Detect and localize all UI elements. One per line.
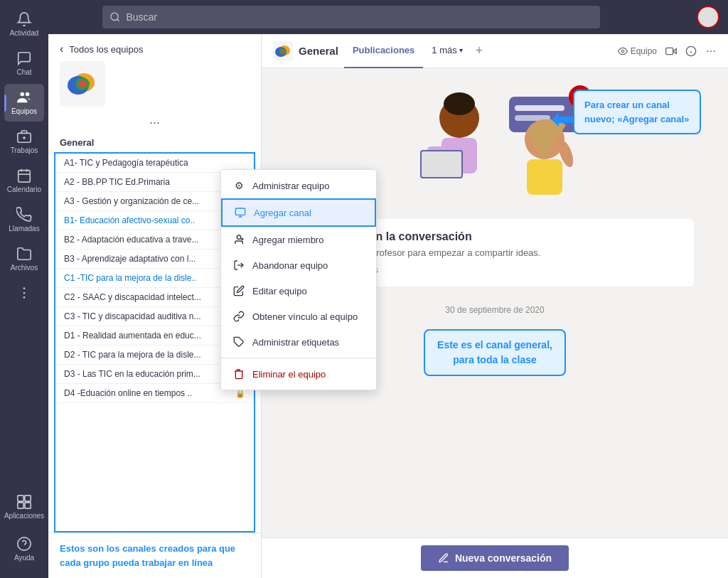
- sidebar-item-llamadas-label: Llamadas: [9, 225, 39, 233]
- channel-section-label: General: [48, 133, 261, 152]
- illustration-svg: @: [388, 82, 601, 203]
- callout-text: Para crear un canal nuevo; «Agregar cana…: [584, 100, 689, 124]
- svg-rect-13: [25, 496, 31, 501]
- new-conversation-label: Nueva conversación: [455, 552, 552, 564]
- svg-rect-12: [18, 496, 23, 501]
- equipo-label: Equipo: [631, 46, 657, 56]
- sidebar-item-ayuda-label: Ayuda: [14, 554, 34, 562]
- link-icon: [232, 310, 245, 323]
- svg-rect-40: [666, 48, 673, 54]
- context-menu: ⚙ Administrar equipo Agregar canal Agreg…: [220, 169, 377, 390]
- menu-item-abandonar-equipo[interactable]: Abandonar equipo: [221, 252, 376, 278]
- svg-rect-14: [18, 503, 23, 508]
- search-input[interactable]: [126, 11, 593, 23]
- svg-rect-25: [235, 208, 245, 215]
- ellipsis-icon: [705, 46, 717, 57]
- sidebar: Actividad Chat Equipos Trabajos Calendar…: [0, 0, 48, 578]
- new-conversation-button[interactable]: Nueva conversación: [421, 545, 569, 571]
- sidebar-item-chat[interactable]: Chat: [4, 45, 44, 82]
- menu-item-administrar-etiquetas[interactable]: Administrar etiquetas: [221, 329, 376, 355]
- team-logo-icon: [63, 64, 102, 104]
- eye-icon: [618, 46, 628, 56]
- new-conversation-bar: Nueva conversación: [262, 537, 728, 578]
- team-small-logo: [273, 41, 293, 61]
- menu-item-eliminar-equipo[interactable]: Eliminar el equipo: [221, 361, 376, 387]
- sidebar-item-trabajos[interactable]: Trabajos: [4, 123, 44, 161]
- exit-icon: [232, 259, 245, 272]
- tab-bar: Publicaciones 1 más ▾ +: [344, 34, 487, 68]
- menu-item-obtener-vinculo[interactable]: Obtener vínculo al equipo: [221, 304, 376, 329]
- svg-rect-15: [25, 503, 31, 508]
- channel-list-annotation: Estos son los canales creados para que c…: [48, 532, 261, 578]
- edit-icon: [232, 284, 245, 297]
- svg-point-10: [23, 292, 26, 294]
- svg-point-44: [707, 50, 708, 52]
- channel-name: General: [299, 45, 338, 57]
- tab-1-mas[interactable]: 1 más ▾: [423, 34, 471, 68]
- menu-divider: [221, 358, 376, 358]
- content-row: ‹ Todos los equipos ··· General A1- TIC …: [48, 34, 728, 578]
- search-box[interactable]: [102, 6, 600, 28]
- add-tab-button[interactable]: +: [471, 43, 488, 58]
- menu-item-editar-equipo[interactable]: Editar equipo: [221, 278, 376, 304]
- more-options-button[interactable]: [705, 46, 717, 57]
- team-icon: [60, 61, 105, 107]
- callout-box: Para crear un canal nuevo; «Agregar cana…: [573, 90, 701, 134]
- svg-point-45: [710, 50, 712, 52]
- sidebar-item-archivos-label: Archivos: [11, 264, 38, 272]
- svg-point-11: [23, 296, 26, 299]
- person-add-icon: [232, 233, 245, 246]
- sidebar-item-trabajos-label: Trabajos: [11, 146, 38, 155]
- sidebar-item-aplicaciones[interactable]: Aplicaciones: [4, 488, 44, 526]
- menu-item-agregar-miembro[interactable]: Agregar miembro: [221, 227, 376, 252]
- sidebar-item-actividad-label: Actividad: [10, 29, 39, 38]
- menu-item-administrar-equipo[interactable]: ⚙ Administrar equipo: [221, 173, 376, 198]
- svg-point-37: [281, 49, 285, 53]
- svg-rect-59: [527, 159, 562, 195]
- info-icon: [685, 46, 697, 57]
- sidebar-item-equipos[interactable]: Equipos: [4, 84, 44, 122]
- sidebar-item-calendario-label: Calendario: [7, 186, 41, 194]
- svg-rect-5: [18, 171, 31, 182]
- info-button[interactable]: [685, 46, 697, 57]
- channel-actions: Equipo: [618, 46, 717, 57]
- channel-icon: [234, 206, 247, 219]
- svg-point-18: [111, 13, 118, 20]
- video-button[interactable]: [665, 46, 677, 57]
- sidebar-item-llamadas[interactable]: Llamadas: [4, 201, 44, 239]
- date-separator: 30 de septiembre de 2020: [445, 305, 544, 315]
- arrow-left-icon: ⬅: [551, 102, 575, 135]
- svg-rect-52: [422, 151, 461, 177]
- equipo-button[interactable]: Equipo: [618, 46, 657, 56]
- menu-item-agregar-canal[interactable]: Agregar canal: [221, 198, 376, 227]
- channel-topbar: General Publicaciones 1 más ▾ + Equipo: [262, 34, 728, 68]
- gear-icon: ⚙: [232, 179, 245, 192]
- canal-general-annotation: Este es el canal general, para toda la c…: [424, 329, 566, 376]
- back-arrow[interactable]: ‹: [60, 43, 63, 55]
- svg-point-9: [23, 287, 26, 289]
- svg-point-48: [444, 92, 475, 115]
- avatar[interactable]: [697, 6, 719, 28]
- three-dots-menu[interactable]: ···: [48, 112, 261, 133]
- search-icon: [109, 11, 120, 23]
- sidebar-item-ayuda[interactable]: Ayuda: [4, 530, 44, 568]
- sidebar-item-more[interactable]: [4, 279, 44, 309]
- back-label: Todos los equipos: [69, 44, 143, 55]
- teams-panel-header: ‹ Todos los equipos: [48, 34, 261, 61]
- compose-icon: [438, 552, 449, 564]
- svg-point-38: [621, 50, 624, 53]
- svg-point-1: [26, 92, 30, 97]
- tab-publicaciones[interactable]: Publicaciones: [344, 34, 423, 68]
- svg-point-46: [714, 50, 715, 52]
- sidebar-item-archivos[interactable]: Archivos: [4, 240, 44, 278]
- team-small-icon: [273, 41, 293, 61]
- video-icon: [665, 46, 677, 57]
- sidebar-item-actividad[interactable]: Actividad: [4, 6, 44, 43]
- svg-line-19: [117, 19, 119, 21]
- main-area: ‹ Todos los equipos ··· General A1- TIC …: [48, 0, 728, 578]
- sidebar-item-calendario[interactable]: Calendario: [4, 162, 44, 200]
- svg-point-0: [21, 92, 25, 97]
- sidebar-item-equipos-label: Equipos: [11, 107, 37, 116]
- sidebar-item-aplicaciones-label: Aplicaciones: [4, 512, 44, 520]
- svg-point-16: [18, 537, 31, 550]
